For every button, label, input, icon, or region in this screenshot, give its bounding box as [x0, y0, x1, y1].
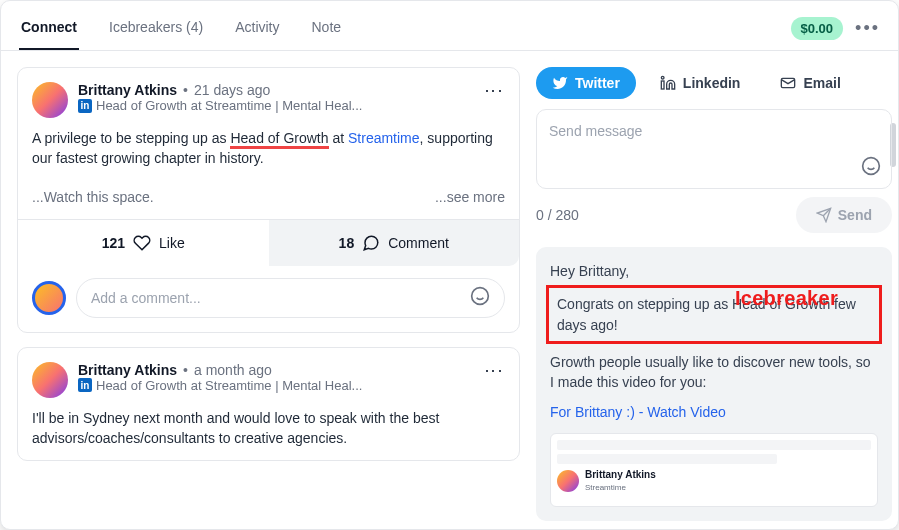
- twitter-icon: [552, 75, 568, 91]
- author-role: Head of Growth at Streamtime | Mental He…: [96, 378, 362, 393]
- send-button[interactable]: Send: [796, 197, 892, 233]
- msg-body: Growth people usually like to discover n…: [550, 352, 878, 393]
- post-text: at: [329, 130, 348, 146]
- emoji-icon[interactable]: [470, 286, 490, 309]
- compose-placeholder: Send message: [549, 123, 642, 139]
- balance-badge: $0.00: [791, 17, 844, 40]
- video-link[interactable]: For Brittany :) - Watch Video: [550, 404, 726, 420]
- post-card: Brittany Atkins • 21 days ago in Head of…: [17, 67, 520, 333]
- channel-label: Email: [803, 75, 840, 91]
- icebreaker-annotation: Icebreaker: [735, 287, 838, 310]
- top-tabs: Connect Icebreakers (4) Activity Note $0…: [1, 17, 898, 51]
- comment-placeholder: Add a comment...: [91, 290, 201, 306]
- post-menu-icon[interactable]: ⋮: [483, 362, 505, 381]
- svg-point-6: [863, 158, 880, 175]
- like-label: Like: [159, 235, 185, 251]
- post-body: I'll be in Sydney next month and would l…: [18, 408, 519, 461]
- linkedin-badge-icon: in: [78, 378, 92, 392]
- comment-icon: [362, 234, 380, 252]
- comment-button[interactable]: 18 Comment: [269, 220, 520, 266]
- compose-box[interactable]: Send message: [536, 109, 892, 189]
- compose-column: Twitter Linkedin Email Send message 0: [528, 51, 898, 529]
- preview-name: Brittany Atkins: [585, 468, 656, 483]
- svg-rect-3: [661, 81, 664, 89]
- linkedin-icon: [660, 75, 676, 91]
- video-preview[interactable]: Brittany Atkins Streamtime: [550, 433, 878, 507]
- highlighted-role: Head of Growth: [230, 130, 328, 149]
- avatar: [32, 82, 68, 118]
- post-body: A privilege to be stepping up as Head of…: [18, 128, 519, 219]
- linkedin-badge-icon: in: [78, 99, 92, 113]
- channel-label: Twitter: [575, 75, 620, 91]
- feed-column: Brittany Atkins • 21 days ago in Head of…: [1, 51, 528, 529]
- author-role: Head of Growth at Streamtime | Mental He…: [96, 98, 362, 113]
- post-text: ...Watch this space.: [32, 187, 154, 207]
- message-preview-panel: Hey Brittany, Congrats on stepping up as…: [536, 247, 892, 521]
- char-counter: 0 / 280: [536, 207, 579, 223]
- post-text: I'll be in Sydney next month and would l…: [32, 410, 439, 446]
- post-card: Brittany Atkins • a month ago in Head of…: [17, 347, 520, 462]
- more-menu-icon[interactable]: •••: [855, 18, 880, 39]
- see-more-link[interactable]: ...see more: [435, 187, 505, 207]
- author-name[interactable]: Brittany Atkins: [78, 82, 177, 98]
- email-icon: [780, 75, 796, 91]
- msg-greeting: Hey Brittany,: [550, 261, 878, 281]
- comment-input[interactable]: Add a comment...: [76, 278, 505, 318]
- preview-sub: Streamtime: [585, 482, 656, 494]
- like-button[interactable]: 121 Like: [18, 220, 269, 266]
- channel-label: Linkedin: [683, 75, 741, 91]
- send-label: Send: [838, 207, 872, 223]
- post-text: A privilege to be stepping up as: [32, 130, 230, 146]
- channel-email[interactable]: Email: [764, 67, 856, 99]
- channel-twitter[interactable]: Twitter: [536, 67, 636, 99]
- tab-activity[interactable]: Activity: [233, 19, 281, 49]
- emoji-icon[interactable]: [861, 156, 881, 180]
- post-time: a month ago: [194, 362, 272, 378]
- channel-linkedin[interactable]: Linkedin: [644, 67, 757, 99]
- comment-count: 18: [339, 235, 355, 251]
- current-user-avatar: [32, 281, 66, 315]
- company-link[interactable]: Streamtime: [348, 130, 420, 146]
- preview-avatar: [557, 470, 579, 492]
- like-count: 121: [102, 235, 125, 251]
- svg-point-4: [661, 76, 664, 79]
- heart-icon: [133, 234, 151, 252]
- avatar: [32, 362, 68, 398]
- post-time: 21 days ago: [194, 82, 270, 98]
- post-menu-icon[interactable]: ⋮: [483, 82, 505, 101]
- send-icon: [816, 207, 832, 223]
- tab-note[interactable]: Note: [310, 19, 344, 49]
- svg-point-0: [472, 288, 489, 305]
- author-name[interactable]: Brittany Atkins: [78, 362, 177, 378]
- tab-connect[interactable]: Connect: [19, 19, 79, 49]
- comment-label: Comment: [388, 235, 449, 251]
- tab-icebreakers[interactable]: Icebreakers (4): [107, 19, 205, 49]
